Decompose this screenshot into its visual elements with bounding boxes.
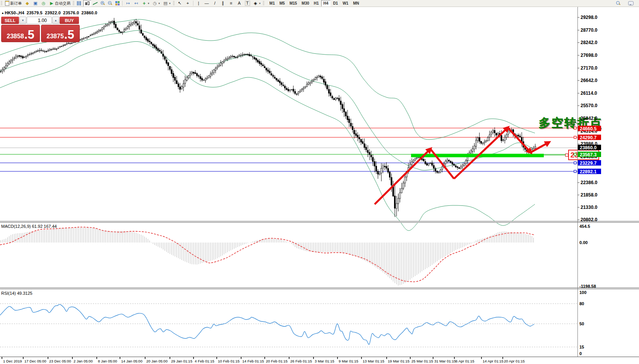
- svg-text:4 Feb 01:15: 4 Feb 01:15: [195, 359, 214, 363]
- volume-increase-button[interactable]: ▲: [52, 17, 59, 24]
- label-tool-button[interactable]: T: [243, 0, 252, 7]
- svg-text:24290.7: 24290.7: [580, 135, 597, 140]
- svg-text:9 Mar 01:15: 9 Mar 01:15: [339, 359, 358, 363]
- tile-windows-button[interactable]: [114, 0, 121, 7]
- svg-text:23 Dec 05:00: 23 Dec 05:00: [49, 359, 71, 363]
- svg-text:29 Jan 01:15: 29 Jan 01:15: [171, 359, 192, 363]
- horizontal-line-tool-button[interactable]: —: [203, 0, 211, 7]
- bar-chart-button[interactable]: [75, 0, 83, 7]
- zoom-out-button[interactable]: −: [106, 0, 114, 7]
- price-close: 23860.0: [81, 10, 97, 15]
- volume-decrease-button[interactable]: ▼: [19, 17, 26, 24]
- auto-scroll-button[interactable]: ↦: [124, 0, 132, 7]
- search-button[interactable]: [615, 0, 622, 7]
- market-depth-button[interactable]: ◆: [23, 0, 31, 7]
- svg-text:-1198.58: -1198.58: [579, 284, 596, 289]
- svg-text:17 Dec 05:00: 17 Dec 05:00: [24, 359, 46, 363]
- zoom-in-button[interactable]: +: [99, 0, 106, 7]
- svg-text:26642.0: 26642.0: [581, 78, 598, 83]
- svg-text:14 Apr 01:15: 14 Apr 01:15: [483, 359, 504, 363]
- sell-button[interactable]: SELL: [1, 17, 19, 24]
- svg-text:21330.0: 21330.0: [581, 205, 598, 210]
- svg-text:23567.3: 23567.3: [580, 152, 597, 157]
- buy-price: 23875: [46, 32, 64, 41]
- price-low: 23576.0: [63, 10, 79, 15]
- barsc-icon: [77, 1, 82, 5]
- svg-text:20 Jan 05:00: 20 Jan 05:00: [146, 359, 168, 363]
- toolbar-grip: [263, 1, 264, 6]
- timeframe-M15[interactable]: M15: [287, 0, 299, 7]
- svg-text:26114.0: 26114.0: [581, 91, 597, 96]
- search-icon: [616, 1, 620, 5]
- timeframe-H4[interactable]: H4: [321, 0, 331, 7]
- autotrade-icon: ▶: [49, 1, 54, 6]
- chart-canvas[interactable]: 多空转折点多空转折点23567.3MACD(12,26,9) 61.92 167…: [0, 0, 639, 364]
- cursor-tool-button[interactable]: ↖: [176, 0, 184, 7]
- text-tool-button[interactable]: A: [235, 0, 243, 7]
- trend-icon: /: [212, 1, 218, 6]
- indicators-button[interactable]: +▾: [140, 0, 151, 7]
- buy-price-pips: .5: [64, 29, 74, 41]
- buy-price-panel[interactable]: 23875.5: [41, 25, 80, 42]
- crosshair-icon: +: [185, 1, 190, 6]
- clock-icon: ◷: [152, 1, 158, 6]
- svg-text:21858.0: 21858.0: [581, 192, 598, 198]
- crosshair-tool-button[interactable]: +: [184, 0, 192, 7]
- toolbar-grip: [1, 1, 2, 6]
- fibonacci-tool-button[interactable]: ≡: [227, 0, 235, 7]
- chart-shift-button[interactable]: ↤: [132, 0, 140, 7]
- plusind-icon: +: [142, 1, 147, 6]
- sell-price: 23858: [7, 32, 24, 41]
- chat-button[interactable]: [627, 0, 635, 7]
- svg-text:0.00: 0.00: [579, 240, 588, 245]
- alerts-button[interactable]: ◎: [39, 0, 48, 7]
- new-order-button[interactable]: 新订单: [3, 0, 23, 7]
- svg-text:0: 0: [579, 351, 582, 356]
- volume-input[interactable]: [27, 17, 52, 24]
- svg-text:23860.0: 23860.0: [580, 145, 597, 150]
- price-open: 23579.5: [27, 10, 43, 15]
- vertical-line-tool-button[interactable]: |: [195, 0, 203, 7]
- svg-text:29298.0: 29298.0: [581, 15, 598, 20]
- svg-text:27170.0: 27170.0: [581, 65, 598, 71]
- templates-button[interactable]: ▤▾: [161, 0, 172, 7]
- line-chart-button[interactable]: [91, 0, 99, 7]
- arrows-tool-button[interactable]: ◈▾: [252, 0, 262, 7]
- periods-button[interactable]: ◷▾: [151, 0, 162, 7]
- chat-icon: [628, 1, 634, 5]
- labelT-icon: T: [245, 1, 250, 6]
- timeframe-W1[interactable]: W1: [340, 0, 351, 7]
- timeframe-M30[interactable]: M30: [299, 0, 311, 7]
- svg-text:1 Dec 2019: 1 Dec 2019: [3, 359, 22, 363]
- channel-tool-button[interactable]: ∥: [219, 0, 227, 7]
- svg-text:25 Mar 01:15: 25 Mar 01:15: [411, 359, 433, 363]
- toolbar-grip: [73, 1, 74, 6]
- toolbar: 新订单◆▣◎▶自动交易+−↦↤+▾◷▾▤▾↖+|—/∥≡AT◈▾ M1M5M15…: [0, 0, 639, 7]
- symbol-marker-icon: ▴: [2, 11, 3, 15]
- dropdown-arrow-icon: ▾: [169, 2, 171, 5]
- toolbar-button-label: 新订单: [10, 1, 22, 6]
- timeframe-H1[interactable]: H1: [312, 0, 321, 7]
- rsi-label: RSI(14) 49.3125: [1, 291, 33, 296]
- trendline-tool-button[interactable]: /: [211, 0, 219, 7]
- svg-text:8 Jan 05:00: 8 Jan 05:00: [98, 359, 117, 363]
- svg-text:13 Mar 01:15: 13 Mar 01:15: [363, 359, 384, 363]
- sell-price-panel[interactable]: 23858.5: [1, 25, 40, 42]
- svg-text:28242.0: 28242.0: [581, 40, 598, 45]
- shapes-icon: ◈: [253, 1, 258, 6]
- symbol-ohlc-line: ▴HK50-,H423579.523922.023576.023860.0: [2, 10, 99, 15]
- buy-button[interactable]: BUY: [60, 17, 79, 24]
- svg-text:20802.0: 20802.0: [581, 217, 598, 222]
- market-watch-button[interactable]: ▣: [31, 0, 39, 7]
- timeframe-M5[interactable]: M5: [277, 0, 287, 7]
- candlestick-chart-button[interactable]: [83, 0, 91, 7]
- timeframe-D1[interactable]: D1: [331, 0, 340, 7]
- template-icon: ▤: [163, 1, 168, 6]
- svg-text:26 Feb 01:15: 26 Feb 01:15: [290, 359, 312, 363]
- timeframe-MN[interactable]: MN: [351, 0, 361, 7]
- page-icon: [5, 1, 9, 6]
- timeframe-M1[interactable]: M1: [267, 0, 277, 7]
- toolbar-grip: [173, 1, 175, 6]
- auto-trading-button[interactable]: ▶自动交易: [48, 0, 72, 7]
- svg-text:31 Mar 01:15: 31 Mar 01:15: [434, 359, 456, 363]
